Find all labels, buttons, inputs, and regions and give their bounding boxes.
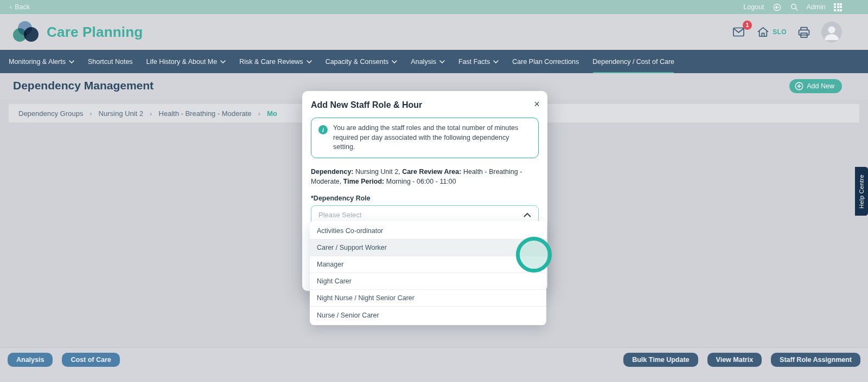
mail-icon[interactable]: 1 [731, 25, 746, 38]
dependency-value: Nursing Unit 2, [354, 168, 403, 176]
nav-shortcut-notes[interactable]: Shortcut Notes [88, 50, 133, 73]
print-icon[interactable] [797, 25, 811, 39]
chevron-down-icon [392, 60, 397, 63]
nav-label: Capacity & Consents [326, 58, 389, 66]
staff-role-assignment-button[interactable]: Staff Role Assignment [771, 353, 860, 367]
logout-link[interactable]: Logout [743, 3, 764, 11]
nav-label: Life History & About Me [146, 58, 218, 66]
app-title: Care Planning [47, 24, 143, 41]
analysis-button[interactable]: Analysis [8, 353, 53, 367]
nav-label: Risk & Care Reviews [239, 58, 303, 66]
page-title: Dependency Management [13, 79, 154, 92]
dependency-role-label: *Dependency Role [311, 195, 539, 202]
cost-of-care-button[interactable]: Cost of Care [62, 353, 119, 367]
dependency-role-dropdown: Activities Co-ordinator Carer / Support … [310, 221, 546, 325]
nav-label: Monitoring & Alerts [9, 58, 66, 66]
back-button[interactable]: ‹ Back [10, 3, 30, 11]
info-icon: i [318, 125, 328, 134]
footer-toolbar: Analysis Cost of Care Bulk Time Update V… [0, 347, 868, 382]
nav-care-plan-corrections[interactable]: Care Plan Corrections [512, 50, 579, 73]
footer-right-group: Bulk Time Update View Matrix Staff Role … [623, 353, 860, 382]
nav-dependency-cost-of-care[interactable]: Dependency / Cost of Care [592, 50, 674, 73]
chevron-down-icon [493, 60, 499, 63]
dropdown-option-manager[interactable]: Manager [310, 256, 546, 273]
nav-life-history[interactable]: Life History & About Me [146, 50, 226, 73]
dropdown-option-carer-support-worker[interactable]: Carer / Support Worker [310, 239, 546, 256]
header-icon-group: 1 SLO [731, 22, 842, 42]
logo-circles-icon [13, 21, 40, 43]
chevron-down-icon [220, 60, 226, 63]
time-period-label: Time Period: [343, 178, 384, 185]
logout-icon[interactable] [773, 3, 782, 12]
main-nav: Monitoring & Alerts Shortcut Notes Life … [0, 50, 868, 73]
time-period-value: Morning - 06:00 - 11:00 [384, 178, 456, 185]
top-utility-bar: ‹ Back Logout Admin [0, 0, 868, 14]
dependency-label: Dependency: [311, 168, 354, 176]
apps-grid-icon[interactable] [834, 3, 842, 11]
nav-label: Fast Facts [458, 58, 490, 66]
breadcrumb-item[interactable]: Nursing Unit 2 [99, 109, 143, 118]
app-logo: Care Planning [13, 21, 143, 43]
nav-label: Care Plan Corrections [512, 58, 579, 66]
breadcrumb-item[interactable]: Health - Breathing - Moderate [158, 109, 251, 118]
modal-title: Add New Staff Role & Hour [311, 100, 422, 110]
info-banner: i You are adding the staff roles and the… [311, 118, 539, 158]
back-chevron-icon: ‹ [10, 3, 12, 11]
breadcrumb-separator: › [258, 109, 260, 118]
add-new-button[interactable]: Add New [789, 79, 842, 93]
breadcrumb-current: Mo [267, 109, 277, 118]
breadcrumb-separator: › [90, 109, 92, 118]
chevron-down-icon [69, 60, 74, 63]
nav-label: Analysis [411, 58, 436, 66]
breadcrumb-item[interactable]: Dependency Groups [18, 109, 83, 118]
topbar-right-group: Logout Admin [743, 3, 842, 12]
view-matrix-button[interactable]: View Matrix [707, 353, 762, 367]
nav-fast-facts[interactable]: Fast Facts [458, 50, 499, 73]
nav-label: Dependency / Cost of Care [592, 58, 674, 66]
footer-left-group: Analysis Cost of Care [8, 353, 120, 382]
mail-badge: 1 [743, 21, 752, 30]
modal-header: Add New Staff Role & Hour × [302, 91, 547, 110]
dropdown-option-nurse-senior-carer[interactable]: Nurse / Senior Carer [310, 307, 546, 323]
close-icon[interactable]: × [534, 100, 540, 108]
add-staff-role-modal: Add New Staff Role & Hour × i You are ad… [302, 91, 547, 291]
nav-label: Shortcut Notes [88, 58, 133, 66]
breadcrumb-separator: › [150, 109, 152, 118]
nav-analysis[interactable]: Analysis [411, 50, 445, 73]
dropdown-option-activities-coordinator[interactable]: Activities Co-ordinator [310, 223, 546, 239]
admin-label[interactable]: Admin [807, 3, 826, 11]
dependency-details: Dependency: Nursing Unit 2, Care Review … [311, 167, 539, 186]
care-review-label: Care Review Area: [402, 168, 461, 176]
chevron-down-icon [439, 60, 445, 63]
nav-monitoring-alerts[interactable]: Monitoring & Alerts [9, 50, 74, 73]
home-slo-label: SLO [773, 28, 787, 36]
dropdown-option-night-nurse[interactable]: Night Nurse / Night Senior Carer [310, 290, 546, 307]
add-new-label: Add New [807, 82, 834, 90]
app-header: Care Planning 1 SLO [0, 14, 868, 50]
nav-capacity-consents[interactable]: Capacity & Consents [326, 50, 398, 73]
bulk-time-update-button[interactable]: Bulk Time Update [623, 353, 698, 367]
dropdown-option-night-carer[interactable]: Night Carer [310, 273, 546, 290]
user-avatar[interactable] [821, 22, 842, 42]
home-icon[interactable]: SLO [756, 25, 787, 38]
chevron-up-icon [524, 212, 531, 217]
plus-circle-icon [795, 82, 803, 90]
chevron-down-icon [307, 60, 312, 63]
help-centre-tab[interactable]: Help Centre [855, 167, 868, 216]
select-placeholder: Please Select [318, 211, 362, 219]
info-text: You are adding the staff roles and the t… [333, 124, 531, 152]
nav-risk-care-reviews[interactable]: Risk & Care Reviews [239, 50, 311, 73]
back-label: Back [15, 3, 30, 11]
search-icon[interactable] [790, 3, 799, 11]
